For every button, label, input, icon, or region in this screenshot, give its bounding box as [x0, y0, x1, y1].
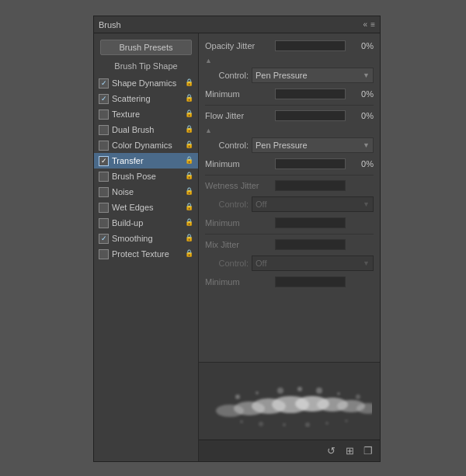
collapse-icon[interactable]: « — [363, 20, 368, 29]
control3-label: Control: — [205, 200, 249, 209]
bottom-toolbar: ↺ ⊞ ❐ — [199, 440, 380, 461]
dual-brush-lock: 🔒 — [184, 125, 193, 134]
texture-checkbox[interactable] — [99, 109, 109, 120]
shape-dynamics-lock: 🔒 — [184, 78, 193, 88]
sidebar-item-buildup[interactable]: Build-up 🔒 — [94, 215, 198, 231]
minimum4-label: Minimum — [205, 277, 275, 287]
sidebar-item-shape-dynamics[interactable]: ✓ Shape Dynamics 🔒 — [94, 75, 198, 91]
minimum1-bar[interactable] — [275, 89, 346, 99]
noise-checkbox[interactable] — [99, 187, 109, 197]
texture-label: Texture — [112, 109, 184, 119]
wetness-jitter-row: Wetness Jitter — [205, 178, 374, 193]
right-panel: Opacity Jitter 0% ▲ Control: Pen Pressur… — [199, 33, 380, 461]
transfer-checkbox[interactable]: ✓ — [99, 156, 109, 166]
controls-area: Opacity Jitter 0% ▲ Control: Pen Pressur… — [199, 33, 380, 362]
panel-icons: « ≡ — [363, 20, 375, 29]
minimum3-bar — [275, 217, 346, 228]
sidebar-item-transfer[interactable]: ✓ Transfer 🔒 — [94, 153, 198, 169]
control1-row: Control: Pen Pressure ▼ — [205, 68, 374, 83]
smoothing-label: Smoothing — [112, 234, 184, 243]
minimum3-label: Minimum — [205, 218, 275, 228]
brush-preview-area — [199, 362, 380, 440]
color-dynamics-lock: 🔒 — [184, 141, 193, 150]
sidebar-item-texture[interactable]: Texture 🔒 — [94, 106, 198, 122]
minimum2-bar[interactable] — [275, 158, 346, 169]
dual-brush-checkbox[interactable] — [99, 125, 109, 135]
control3-value: Off — [256, 200, 266, 209]
sidebar-item-noise[interactable]: Noise 🔒 — [94, 184, 198, 200]
control2-value: Pen Pressure — [256, 141, 308, 150]
opacity-jitter-label: Opacity Jitter — [205, 41, 275, 50]
control1-chevron: ▼ — [363, 71, 370, 79]
divider-arrow-2: ▲ — [205, 127, 374, 134]
separator-3 — [205, 234, 374, 235]
sidebar-item-scattering[interactable]: ✓ Scattering 🔒 — [94, 91, 198, 106]
svg-point-9 — [235, 394, 240, 399]
copy-icon[interactable]: ❐ — [361, 444, 375, 458]
buildup-checkbox[interactable] — [99, 218, 109, 228]
control4-select: Off ▼ — [252, 255, 374, 271]
scattering-lock: 🔒 — [184, 94, 193, 103]
minimum2-row: Minimum 0% — [205, 156, 374, 172]
brush-presets-button[interactable]: Brush Presets — [100, 40, 192, 55]
shape-dynamics-label: Shape Dynamics — [112, 78, 184, 88]
smoothing-checkbox[interactable]: ✓ — [99, 234, 109, 244]
control4-chevron: ▼ — [363, 259, 370, 267]
control3-row: Control: Off ▼ — [205, 196, 374, 212]
svg-point-15 — [356, 394, 360, 399]
arrow-icon-2: ▲ — [205, 127, 212, 134]
smoothing-lock: 🔒 — [184, 234, 193, 243]
flow-jitter-label: Flow Jitter — [205, 111, 275, 120]
sidebar-item-protect-texture[interactable]: Protect Texture 🔒 — [94, 246, 198, 262]
sidebar-item-dual-brush[interactable]: Dual Brush 🔒 — [94, 122, 198, 137]
flow-jitter-bar[interactable] — [275, 110, 346, 121]
minimum4-row: Minimum — [205, 274, 374, 290]
wetness-jitter-bar — [275, 180, 346, 191]
sidebar: Brush Presets Brush Tip Shape ✓ Shape Dy… — [94, 33, 199, 461]
svg-point-16 — [240, 420, 243, 423]
color-dynamics-checkbox[interactable] — [99, 141, 109, 151]
sidebar-item-brush-pose[interactable]: Brush Pose 🔒 — [94, 169, 198, 184]
mix-jitter-label: Mix Jitter — [205, 240, 275, 249]
svg-point-21 — [345, 419, 348, 422]
svg-point-12 — [297, 387, 302, 391]
control2-select[interactable]: Pen Pressure ▼ — [252, 137, 374, 153]
separator-2 — [205, 175, 374, 175]
sidebar-item-color-dynamics[interactable]: Color Dynamics 🔒 — [94, 137, 198, 153]
protect-texture-checkbox[interactable] — [99, 249, 109, 259]
opacity-jitter-bar[interactable] — [275, 40, 346, 51]
transfer-lock: 🔒 — [184, 156, 193, 165]
svg-point-17 — [259, 422, 263, 426]
svg-point-14 — [337, 392, 340, 395]
wet-edges-label: Wet Edges — [112, 203, 184, 212]
mix-jitter-row: Mix Jitter — [205, 237, 374, 252]
sidebar-item-smoothing[interactable]: ✓ Smoothing 🔒 — [94, 231, 198, 246]
scattering-checkbox[interactable]: ✓ — [99, 94, 109, 104]
shape-dynamics-checkbox[interactable]: ✓ — [99, 78, 109, 89]
sidebar-item-wet-edges[interactable]: Wet Edges 🔒 — [94, 200, 198, 215]
minimum3-row: Minimum — [205, 215, 374, 231]
control2-row: Control: Pen Pressure ▼ — [205, 137, 374, 153]
texture-lock: 🔒 — [184, 109, 193, 119]
menu-icon[interactable]: ≡ — [370, 20, 375, 29]
wet-edges-lock: 🔒 — [184, 203, 193, 212]
brush-pose-label: Brush Pose — [112, 172, 184, 181]
minimum2-label: Minimum — [205, 159, 275, 169]
wetness-jitter-label: Wetness Jitter — [205, 181, 275, 190]
panel-body: Brush Presets Brush Tip Shape ✓ Shape Dy… — [94, 33, 380, 461]
control1-label: Control: — [205, 71, 249, 80]
control3-chevron: ▼ — [363, 200, 370, 208]
mix-jitter-bar — [275, 239, 346, 250]
brush-pose-lock: 🔒 — [184, 172, 193, 181]
brush-stroke-svg — [207, 381, 372, 428]
arrow-icon-1: ▲ — [205, 57, 212, 64]
control1-select[interactable]: Pen Pressure ▼ — [252, 68, 374, 83]
noise-lock: 🔒 — [184, 187, 193, 196]
recycle-icon[interactable]: ↺ — [324, 444, 338, 458]
wet-edges-checkbox[interactable] — [99, 203, 109, 213]
brush-pose-checkbox[interactable] — [99, 172, 109, 182]
grid-icon[interactable]: ⊞ — [343, 444, 356, 458]
control4-label: Control: — [205, 259, 249, 268]
control4-value: Off — [256, 259, 266, 268]
control3-select: Off ▼ — [252, 196, 374, 212]
